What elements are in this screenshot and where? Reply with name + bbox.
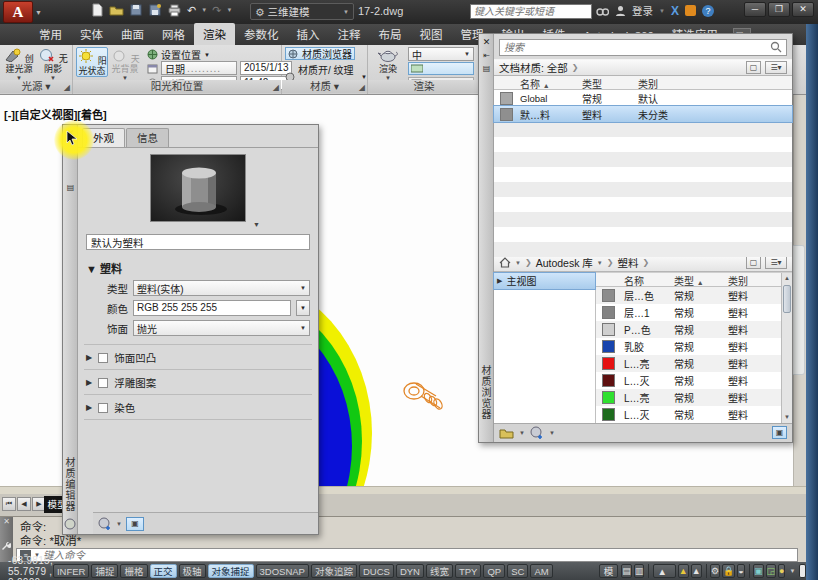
scroll-down-icon[interactable]: ▼ bbox=[782, 412, 792, 423]
home-icon[interactable] bbox=[499, 257, 511, 268]
lib-material-row[interactable]: L…亮常规塑料 bbox=[596, 355, 792, 372]
finish-bumps-checkbox[interactable] bbox=[98, 353, 108, 363]
annotation-visibility-icon[interactable]: ▲ bbox=[678, 564, 689, 578]
tab-insert[interactable]: 插入 bbox=[288, 23, 329, 45]
lib-view-panel-icon[interactable]: ▢ bbox=[746, 256, 761, 269]
sky-background-button[interactable]: 天光背景▼ bbox=[109, 47, 141, 84]
toggle-dyn[interactable]: DYN bbox=[396, 564, 424, 578]
library-scrollbar[interactable]: ▲ ▼ bbox=[781, 273, 792, 423]
toggle-am[interactable]: AM bbox=[530, 564, 552, 578]
tab-first-icon[interactable]: ⏮ bbox=[2, 497, 16, 511]
redo-icon[interactable]: ↷ bbox=[212, 4, 221, 17]
app-menu-chevron-icon[interactable]: ▼ bbox=[35, 9, 42, 16]
open-browser-toggle-icon[interactable]: ▣ bbox=[126, 517, 144, 531]
sun-status-button[interactable]: 阳光状态 bbox=[76, 47, 108, 77]
tab-parametric[interactable]: 参数化 bbox=[235, 23, 288, 45]
tab-render[interactable]: 渲染 bbox=[194, 23, 235, 45]
editor-properties-icon[interactable]: ▤ bbox=[65, 183, 76, 193]
tab-layout[interactable]: 布局 bbox=[370, 23, 411, 45]
tab-mesh[interactable]: 网格 bbox=[153, 23, 194, 45]
create-material-chevron-icon[interactable]: ▼ bbox=[116, 521, 122, 527]
doc-view-list-icon[interactable]: ☰▾ bbox=[765, 61, 787, 74]
create-material-icon[interactable] bbox=[530, 426, 544, 439]
browser-properties-icon[interactable]: ▤ bbox=[481, 64, 492, 74]
tree-expand-icon[interactable]: ▶ bbox=[497, 277, 502, 285]
toggle-ducs[interactable]: DUCS bbox=[359, 564, 394, 578]
tab-prev-icon[interactable]: ◀ bbox=[17, 497, 31, 511]
lock-ui-icon[interactable]: 🔒 bbox=[722, 564, 735, 578]
section-relief-pattern[interactable]: ▶ 浮雕图案 bbox=[84, 369, 312, 394]
maximize-button[interactable]: ❐ bbox=[768, 2, 790, 17]
save-as-icon[interactable] bbox=[148, 3, 162, 17]
expand-icon[interactable]: ▶ bbox=[86, 403, 92, 412]
browser-autohide-icon[interactable]: ⇤ bbox=[481, 51, 492, 61]
preview-options-chevron-icon[interactable]: ▼ bbox=[253, 221, 260, 228]
create-light-button[interactable]: 创建光源▼ bbox=[3, 47, 35, 84]
color-options-chevron-icon[interactable]: ▼ bbox=[296, 300, 310, 316]
lib-material-row[interactable]: L…灭常规塑料 bbox=[596, 406, 792, 423]
toggle-tpy[interactable]: TPY bbox=[455, 564, 481, 578]
manage-library-chevron-icon[interactable]: ▼ bbox=[519, 430, 525, 436]
panel-sun-label[interactable]: 阳光和位置 bbox=[73, 80, 281, 93]
viewport-controls-label[interactable]: [-][自定义视图][着色] bbox=[4, 106, 107, 122]
toggle-snap[interactable]: 捕捉 bbox=[91, 564, 118, 578]
browser-close-icon[interactable]: ✕ bbox=[481, 37, 492, 48]
section-tint[interactable]: ▶ 染色 bbox=[84, 394, 312, 420]
material-name-field[interactable] bbox=[86, 234, 310, 250]
lib-material-row[interactable]: 乳胶常规塑料 bbox=[596, 338, 792, 355]
manage-library-folder-icon[interactable] bbox=[499, 427, 514, 439]
toggle-sc[interactable]: SC bbox=[507, 564, 528, 578]
minimize-button[interactable]: ─ bbox=[744, 2, 766, 17]
wrench-icon[interactable] bbox=[1, 542, 11, 552]
command-input[interactable] bbox=[43, 549, 794, 561]
finish-combo[interactable]: 抛光▼ bbox=[133, 320, 310, 336]
open-editor-toggle-icon[interactable]: ▣ bbox=[772, 426, 787, 439]
panel-lights-launcher-icon[interactable]: ◢ bbox=[64, 83, 70, 92]
doc-material-row-global[interactable]: Global 常规 默认 bbox=[494, 90, 792, 106]
tab-solid[interactable]: 实体 bbox=[71, 23, 112, 45]
doc-view-panel-icon[interactable]: ▢ bbox=[746, 61, 761, 74]
toggle-osnap[interactable]: 对象捕捉 bbox=[208, 564, 254, 578]
toggle-infer[interactable]: INFER bbox=[53, 564, 90, 578]
materials-browser-titlebar[interactable]: ✕ ⇤ ▤ 材质浏览器 bbox=[479, 34, 494, 442]
scroll-thumb[interactable] bbox=[783, 285, 791, 313]
panel-materials-launcher-icon[interactable]: ◢ bbox=[359, 83, 365, 92]
help-icon[interactable]: ? bbox=[702, 5, 714, 17]
doc-material-row-default-plastic[interactable]: 默…料 塑料 未分类 bbox=[494, 106, 792, 122]
create-material-chevron-icon[interactable]: ▼ bbox=[549, 430, 555, 436]
panel-sun-launcher-icon[interactable]: ◢ bbox=[273, 83, 279, 92]
render-button[interactable]: 渲染▼ bbox=[372, 47, 404, 84]
close-button[interactable]: ✕ bbox=[792, 2, 814, 17]
tab-surface[interactable]: 曲面 bbox=[112, 23, 153, 45]
clean-screen-icon[interactable] bbox=[799, 564, 806, 578]
isolate-objects-icon[interactable]: ◒ bbox=[737, 564, 744, 578]
status-overflow-chevron-icon[interactable]: ▼ bbox=[789, 568, 795, 574]
toggle-grid[interactable]: 栅格 bbox=[120, 564, 147, 578]
section-finish-bumps[interactable]: ▶ 饰面凹凸 bbox=[84, 344, 312, 369]
signin-chevron-icon[interactable]: ▼ bbox=[659, 8, 665, 14]
tab-information[interactable]: 信息 bbox=[126, 128, 169, 147]
toggle-ortho[interactable]: 正交 bbox=[150, 564, 177, 578]
material-browser-button[interactable]: 材质浏览器 bbox=[285, 47, 355, 60]
tree-item-home-view[interactable]: ▶ 主视图 bbox=[494, 273, 595, 289]
doc-table-header[interactable]: 名称 ▲ 类型 类别 bbox=[494, 76, 792, 90]
plot-icon[interactable] bbox=[167, 3, 182, 17]
materials-editor-titlebar[interactable]: ✕ ▤ 材质编辑器 bbox=[63, 125, 78, 534]
lib-material-row[interactable]: 层…1常规塑料 bbox=[596, 304, 792, 321]
expand-icon[interactable]: ▶ bbox=[86, 378, 92, 387]
tint-checkbox[interactable] bbox=[98, 403, 108, 413]
coordinates-readout[interactable]: -63.9815, 55.7679 , 0.0000 bbox=[8, 555, 53, 580]
infocenter-search-input[interactable] bbox=[470, 4, 592, 19]
color-field[interactable]: RGB 255 255 255 bbox=[133, 300, 291, 316]
lib-table-header[interactable]: 名称 类型 ▲ 类别 bbox=[596, 273, 792, 287]
xref-notify-icon[interactable]: ◲ bbox=[766, 564, 777, 578]
tab-home[interactable]: 常用 bbox=[30, 23, 71, 45]
open-file-icon[interactable] bbox=[109, 3, 124, 17]
annotation-scale-button[interactable]: ▲ 1:1 ▾ bbox=[653, 564, 676, 578]
panel-render-label[interactable]: 渲染 bbox=[368, 80, 480, 93]
tab-annotate[interactable]: 注释 bbox=[329, 23, 370, 45]
toggle-lwt[interactable]: 线宽 bbox=[426, 564, 453, 578]
toggle-polar[interactable]: 极轴 bbox=[179, 564, 206, 578]
plastic-section-header[interactable]: ▼ 塑料 bbox=[86, 260, 310, 276]
layout-quickview-icon[interactable]: ▤ bbox=[621, 564, 632, 578]
